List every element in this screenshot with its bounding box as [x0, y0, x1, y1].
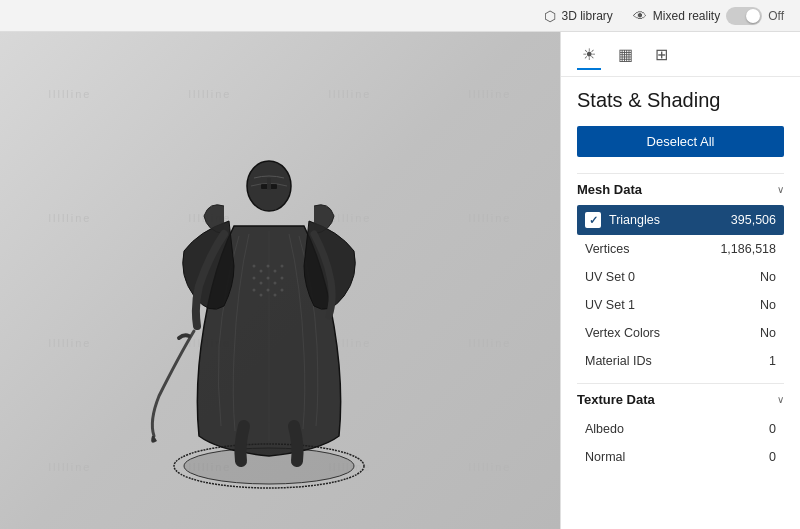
toggle-switch[interactable]: [726, 7, 762, 25]
watermark-cell: llllline: [0, 156, 140, 280]
3d-library-button[interactable]: ⬡ 3D library: [544, 8, 612, 24]
right-panel: ☀ ▦ ⊞ Stats & Shading Deselect All Mesh …: [560, 32, 800, 529]
vertices-value: 1,186,518: [720, 242, 776, 256]
texture-data-section: Texture Data ∨ Albedo 0 Normal 0: [577, 383, 784, 471]
svg-point-17: [266, 288, 269, 291]
svg-point-10: [252, 276, 255, 279]
mesh-data-title: Mesh Data: [577, 182, 642, 197]
cube-icon: ⬡: [544, 8, 556, 24]
view-tabs: ☀ ▦ ⊞: [561, 32, 800, 77]
deselect-all-button[interactable]: Deselect All: [577, 126, 784, 157]
uvset0-value: No: [760, 270, 776, 284]
svg-point-8: [273, 269, 276, 272]
mixed-reality-label: Mixed reality: [653, 9, 720, 23]
watermark-cell: llllline: [420, 405, 560, 529]
chevron-down-icon: ∨: [777, 184, 784, 195]
check-icon: ✓: [589, 214, 598, 227]
svg-point-6: [259, 269, 262, 272]
material-ids-row: Material IDs 1: [577, 347, 784, 375]
svg-point-12: [266, 276, 269, 279]
albedo-value: 0: [769, 422, 776, 436]
mesh-data-section: Mesh Data ∨ ✓ Triangles 395,506 Vertices: [577, 173, 784, 375]
toggle-off-label: Off: [768, 9, 784, 23]
watermark-cell: llllline: [0, 32, 140, 156]
uvset0-row: UV Set 0 No: [577, 263, 784, 291]
texture-data-title: Texture Data: [577, 392, 655, 407]
watermark-cell: llllline: [420, 281, 560, 405]
normal-row: Normal 0: [577, 443, 784, 471]
vertex-colors-label: Vertex Colors: [585, 326, 660, 340]
topbar: ⬡ 3D library 👁 Mixed reality Off: [0, 0, 800, 32]
mesh-data-header[interactable]: Mesh Data ∨: [577, 173, 784, 205]
grid-large-icon: ⊞: [655, 45, 668, 64]
material-ids-value: 1: [769, 354, 776, 368]
texture-data-header[interactable]: Texture Data ∨: [577, 383, 784, 415]
triangles-label: Triangles: [609, 213, 660, 227]
svg-rect-4: [267, 178, 271, 190]
panel-title: Stats & Shading: [577, 89, 784, 112]
vertices-label: Vertices: [585, 242, 629, 256]
triangles-row-left: ✓ Triangles: [585, 212, 660, 228]
svg-point-16: [259, 293, 262, 296]
tab-grid-large[interactable]: ⊞: [645, 40, 677, 68]
svg-point-9: [280, 264, 283, 267]
tab-grid-small[interactable]: ▦: [609, 40, 641, 68]
svg-point-19: [280, 288, 283, 291]
uvset1-row: UV Set 1 No: [577, 291, 784, 319]
panel-content: Stats & Shading Deselect All Mesh Data ∨…: [561, 77, 800, 529]
svg-point-14: [280, 276, 283, 279]
watermark-cell: llllline: [420, 156, 560, 280]
svg-point-7: [266, 264, 269, 267]
svg-point-18: [273, 293, 276, 296]
normal-label: Normal: [585, 450, 625, 464]
albedo-label: Albedo: [585, 422, 624, 436]
vertices-row: Vertices 1,186,518: [577, 235, 784, 263]
material-ids-label: Material IDs: [585, 354, 652, 368]
svg-point-11: [259, 281, 262, 284]
svg-point-5: [252, 264, 255, 267]
triangles-checkbox[interactable]: ✓: [585, 212, 601, 228]
vertex-colors-value: No: [760, 326, 776, 340]
sun-icon: ☀: [582, 45, 596, 64]
chevron-down-icon: ∨: [777, 394, 784, 405]
svg-point-15: [252, 288, 255, 291]
library-label: 3D library: [561, 9, 612, 23]
mixed-reality-icon: 👁: [633, 8, 647, 24]
watermark-cell: llllline: [420, 32, 560, 156]
svg-point-13: [273, 281, 276, 284]
3d-viewport[interactable]: llllline llllline llllline llllline llll…: [0, 32, 560, 529]
albedo-row: Albedo 0: [577, 415, 784, 443]
watermark-cell: llllline: [0, 405, 140, 529]
triangles-row[interactable]: ✓ Triangles 395,506: [577, 205, 784, 235]
tab-sun[interactable]: ☀: [573, 40, 605, 68]
grid-small-icon: ▦: [618, 45, 633, 64]
3d-figure: [139, 66, 399, 496]
uvset0-label: UV Set 0: [585, 270, 635, 284]
triangles-value: 395,506: [731, 213, 776, 227]
uvset1-label: UV Set 1: [585, 298, 635, 312]
mixed-reality-toggle[interactable]: 👁 Mixed reality Off: [633, 7, 784, 25]
normal-value: 0: [769, 450, 776, 464]
watermark-cell: llllline: [0, 281, 140, 405]
uvset1-value: No: [760, 298, 776, 312]
vertex-colors-row: Vertex Colors No: [577, 319, 784, 347]
main-area: llllline llllline llllline llllline llll…: [0, 32, 800, 529]
